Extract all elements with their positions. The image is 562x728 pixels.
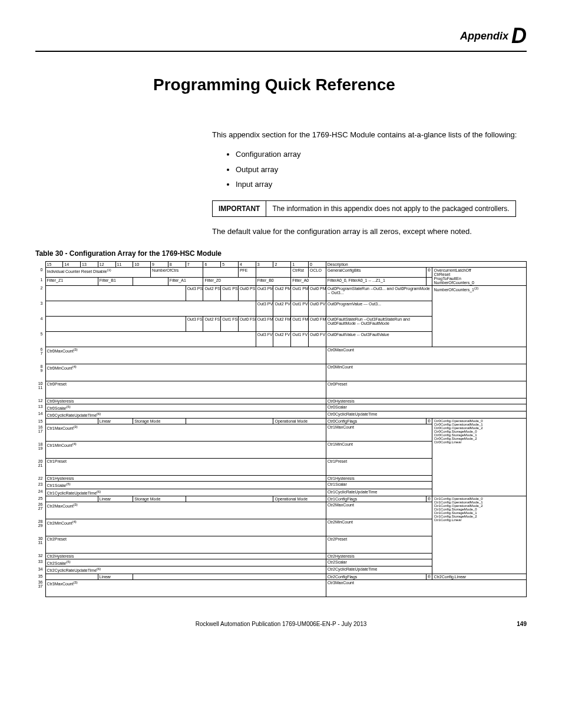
page-footer: Rockwell Automation Publication 1769-UM0… [35, 621, 527, 627]
important-label: IMPORTANT [213, 201, 266, 217]
table-row: 2 Out3 PSROut2 PSROut1 PSROut0 PSR Out3 … [35, 285, 527, 301]
bullet-item: Input array [236, 177, 527, 191]
page-title: Programming Quick Reference [153, 75, 527, 94]
table-row: 35 Linear Ctr2ConfigFlags®Ctr2Config.Lin… [35, 574, 527, 579]
table-row: 25 LinearStorage Mode Operational Mode C… [35, 496, 527, 502]
bullet-item: Output array [236, 163, 527, 176]
appendix-label: Appendix [460, 30, 508, 42]
config-table: 15141312 111098 7654 3210 Description 0 … [35, 261, 527, 597]
publication-info: Rockwell Automation Publication 1769-UM0… [196, 621, 367, 627]
table-row: 15 LinearStorage Mode Operational Mode C… [35, 419, 527, 424]
appendix-letter: D [511, 24, 527, 48]
table-row: 0 Individual Counter Reset Disable(1) Nu… [35, 267, 527, 277]
appendix-header: Appendix D [35, 24, 527, 52]
bullet-item: Configuration array [236, 147, 527, 161]
bullet-list: Configuration array Output array Input a… [236, 147, 527, 191]
table-caption: Table 30 - Configuration Array for the 1… [35, 249, 527, 258]
intro-text: This appendix section for the 1769-HSC M… [212, 130, 527, 140]
default-note: The default value for the configuration … [212, 226, 527, 237]
bit-header-row: 15141312 111098 7654 3210 Description [35, 261, 527, 267]
page-number: 149 [517, 621, 527, 627]
important-text: The information in this appendix does no… [266, 201, 515, 217]
important-box: IMPORTANT The information in this append… [212, 200, 516, 217]
